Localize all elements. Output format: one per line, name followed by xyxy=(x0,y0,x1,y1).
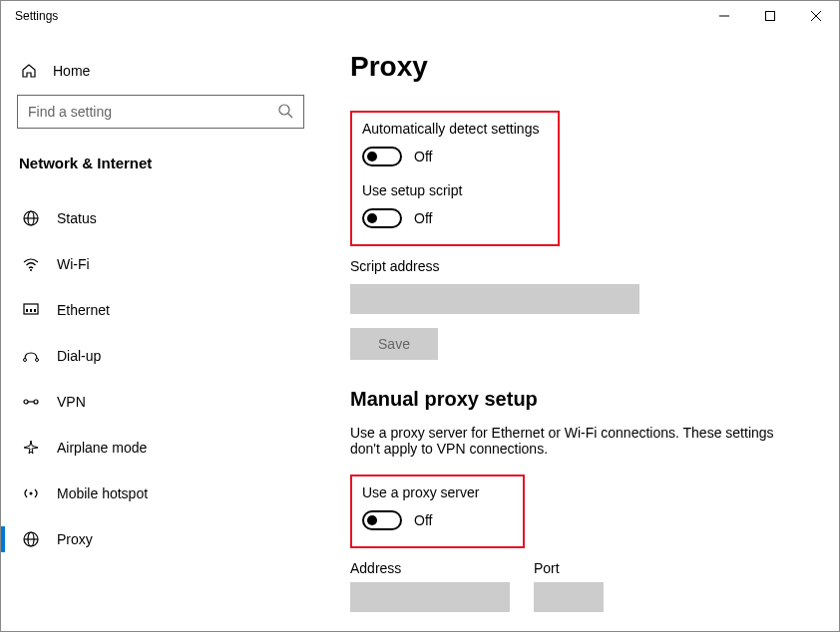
svg-rect-12 xyxy=(30,309,32,312)
search-box[interactable] xyxy=(17,95,304,129)
svg-line-5 xyxy=(288,114,292,118)
sidebar-item-ethernet[interactable]: Ethernet xyxy=(17,287,304,333)
svg-rect-1 xyxy=(766,12,775,21)
home-icon xyxy=(19,63,39,79)
auto-detect-toggle[interactable] xyxy=(362,147,402,166)
highlight-auto: Automatically detect settings Off Use se… xyxy=(350,111,560,246)
auto-detect-label: Automatically detect settings xyxy=(362,121,548,137)
search-icon xyxy=(277,103,293,122)
sidebar-item-label: VPN xyxy=(57,394,86,410)
minimize-button[interactable] xyxy=(701,1,747,31)
minimize-icon xyxy=(719,11,729,21)
svg-point-19 xyxy=(30,492,33,495)
svg-point-9 xyxy=(30,269,32,271)
maximize-button[interactable] xyxy=(747,1,793,31)
sidebar-item-vpn[interactable]: VPN xyxy=(17,379,304,425)
page-title: Proxy xyxy=(350,51,809,83)
setup-script-toggle[interactable] xyxy=(362,208,402,228)
search-input[interactable] xyxy=(28,104,277,120)
svg-rect-13 xyxy=(34,309,36,312)
main-panel: Proxy Automatically detect settings Off … xyxy=(320,33,839,631)
window-title: Settings xyxy=(1,1,58,23)
manual-description: Use a proxy server for Ethernet or Wi-Fi… xyxy=(350,425,799,457)
svg-point-4 xyxy=(279,105,289,115)
status-icon xyxy=(21,209,41,227)
nav-list: Status Wi-Fi Ethernet Dial-up xyxy=(17,195,304,562)
address-input xyxy=(350,582,510,612)
sidebar-item-label: Mobile hotspot xyxy=(57,485,148,501)
use-proxy-label: Use a proxy server xyxy=(362,484,513,500)
port-label: Port xyxy=(534,560,604,576)
use-proxy-state: Off xyxy=(414,512,432,528)
sidebar-item-label: Dial-up xyxy=(57,348,101,364)
wifi-icon xyxy=(21,255,41,273)
script-address-input xyxy=(350,284,639,314)
sidebar-item-label: Status xyxy=(57,210,97,226)
section-title: Network & Internet xyxy=(19,155,304,171)
sidebar-item-label: Wi-Fi xyxy=(57,256,90,272)
sidebar-item-wifi[interactable]: Wi-Fi xyxy=(17,241,304,287)
sidebar-item-airplane[interactable]: Airplane mode xyxy=(17,425,304,471)
sidebar-item-dialup[interactable]: Dial-up xyxy=(17,333,304,379)
svg-point-14 xyxy=(24,359,27,362)
close-button[interactable] xyxy=(793,1,839,31)
manual-title: Manual proxy setup xyxy=(350,388,809,411)
sidebar-item-label: Proxy xyxy=(57,531,93,547)
setup-script-label: Use setup script xyxy=(362,182,548,198)
svg-rect-11 xyxy=(26,309,28,312)
script-address-label: Script address xyxy=(350,258,809,274)
address-label: Address xyxy=(350,560,510,576)
window-controls xyxy=(701,1,839,31)
highlight-manual: Use a proxy server Off xyxy=(350,474,525,548)
port-input xyxy=(534,582,604,612)
svg-point-17 xyxy=(34,400,38,404)
vpn-icon xyxy=(21,393,41,411)
svg-point-15 xyxy=(36,359,39,362)
sidebar-item-hotspot[interactable]: Mobile hotspot xyxy=(17,471,304,516)
sidebar-item-label: Ethernet xyxy=(57,302,110,318)
ethernet-icon xyxy=(21,301,41,319)
sidebar: Home Network & Internet Status Wi-Fi xyxy=(1,33,320,631)
use-proxy-toggle[interactable] xyxy=(362,510,402,530)
proxy-icon xyxy=(21,530,41,548)
sidebar-item-proxy[interactable]: Proxy xyxy=(17,516,304,562)
sidebar-item-label: Airplane mode xyxy=(57,440,147,456)
home-label: Home xyxy=(53,63,90,79)
hotspot-icon xyxy=(21,484,41,502)
svg-point-16 xyxy=(24,400,28,404)
airplane-icon xyxy=(21,439,41,457)
maximize-icon xyxy=(765,11,775,21)
dialup-icon xyxy=(21,347,41,365)
home-link[interactable]: Home xyxy=(17,57,304,95)
save-button[interactable]: Save xyxy=(350,328,438,360)
titlebar: Settings xyxy=(1,1,839,33)
auto-detect-state: Off xyxy=(414,149,432,164)
close-icon xyxy=(811,11,821,21)
sidebar-item-status[interactable]: Status xyxy=(17,195,304,241)
setup-script-state: Off xyxy=(414,210,432,226)
